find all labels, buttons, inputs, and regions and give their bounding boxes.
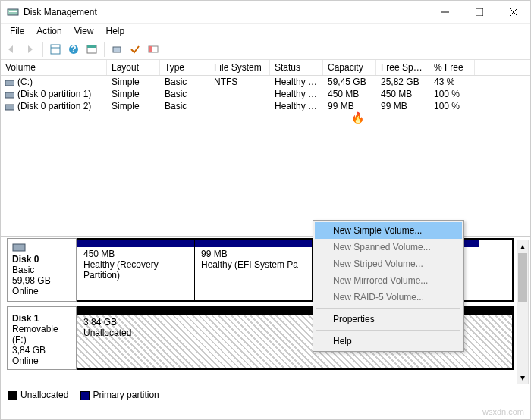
forward-button[interactable]: [22, 41, 39, 58]
svg-text:?: ?: [71, 44, 76, 55]
toolbar-separator: [42, 42, 43, 57]
ctx-help[interactable]: Help: [315, 333, 462, 349]
disk-header[interactable]: Disk 1Removable (F:)3,84 GBOnline: [7, 306, 77, 370]
svg-rect-1: [9, 11, 17, 12]
toolbar-btn-4[interactable]: [145, 41, 162, 58]
context-menu: New Simple Volume...New Spanned Volume..…: [313, 220, 464, 352]
ctx-item: New Mirrored Volume...: [315, 272, 462, 289]
toolbar-btn-check[interactable]: [127, 41, 143, 58]
partition[interactable]: 99 MBHealthy (EFI System Pa: [194, 240, 312, 300]
volume-row[interactable]: (Disk 0 partition 1)SimpleBasicHealthy (…: [1, 88, 530, 100]
swatch-unallocated: [8, 391, 17, 400]
minimize-button[interactable]: [428, 1, 462, 24]
toolbar-btn-1[interactable]: [47, 41, 64, 58]
swatch-primary: [80, 391, 90, 400]
svg-rect-6: [51, 45, 60, 54]
legend: Unallocated Primary partition: [4, 387, 527, 403]
col-pctfree[interactable]: % Free: [429, 60, 475, 75]
ctx-item: New Striped Volume...: [315, 255, 462, 272]
scroll-thumb[interactable]: [518, 253, 527, 302]
ctx-properties[interactable]: Properties: [315, 311, 462, 328]
col-type[interactable]: Type: [160, 60, 209, 75]
watermark: wsxdn.com: [482, 407, 524, 416]
legend-unallocated: Unallocated: [8, 390, 68, 400]
column-headers: Volume Layout Type File System Status Ca…: [1, 60, 530, 76]
menu-action[interactable]: Action: [30, 24, 68, 38]
scroll-down-icon[interactable]: ▾: [517, 371, 528, 384]
title-bar: Disk Management: [1, 1, 530, 24]
svg-rect-17: [5, 105, 14, 110]
col-layout[interactable]: Layout: [107, 60, 160, 75]
toolbar: ?: [1, 39, 530, 60]
toolbar-separator: [104, 42, 105, 57]
notification-icon: 🔥: [351, 111, 364, 124]
menu-file[interactable]: File: [4, 24, 30, 38]
svg-rect-3: [476, 8, 483, 16]
maximize-button[interactable]: [462, 1, 496, 24]
menu-separator: [316, 330, 460, 331]
ctx-item: New RAID-5 Volume...: [315, 289, 462, 306]
partition[interactable]: 450 MBHealthy (Recovery Partition): [77, 240, 194, 300]
volume-row[interactable]: (C:)SimpleBasicNTFSHealthy (B...59,45 GB…: [1, 76, 530, 88]
disk-header[interactable]: Disk 0Basic59,98 GBOnline: [7, 238, 77, 302]
col-capacity[interactable]: Capacity: [323, 60, 376, 75]
svg-rect-16: [5, 92, 14, 98]
ctx-item: New Spanned Volume...: [315, 239, 462, 255]
col-volume[interactable]: Volume: [1, 60, 107, 75]
svg-rect-12: [113, 47, 121, 52]
svg-rect-11: [87, 45, 96, 48]
toolbar-btn-3[interactable]: [108, 41, 125, 58]
svg-rect-14: [149, 46, 152, 52]
back-button[interactable]: [4, 41, 20, 58]
legend-primary: Primary partition: [80, 390, 159, 400]
help-icon[interactable]: ?: [65, 41, 82, 58]
volume-row[interactable]: (Disk 0 partition 2)SimpleBasicHealthy (…: [1, 100, 530, 112]
col-freespace[interactable]: Free Spa...: [376, 60, 429, 75]
menu-help[interactable]: Help: [100, 24, 131, 38]
svg-rect-15: [5, 80, 14, 86]
menu-separator: [316, 308, 460, 309]
menu-view[interactable]: View: [68, 24, 100, 38]
ctx-item[interactable]: New Simple Volume...: [315, 222, 462, 239]
col-status[interactable]: Status: [270, 60, 323, 75]
close-button[interactable]: [496, 1, 530, 24]
svg-rect-18: [13, 244, 25, 251]
toolbar-btn-2[interactable]: [83, 41, 100, 58]
app-icon: [7, 6, 19, 18]
menu-bar: File Action View Help: [1, 24, 530, 39]
volume-list[interactable]: Volume Layout Type File System Status Ca…: [1, 60, 530, 236]
scroll-up-icon[interactable]: ▴: [517, 240, 528, 252]
vertical-scrollbar[interactable]: ▴ ▾: [517, 240, 529, 384]
col-filesystem[interactable]: File System: [209, 60, 270, 75]
window-title: Disk Management: [24, 7, 428, 17]
